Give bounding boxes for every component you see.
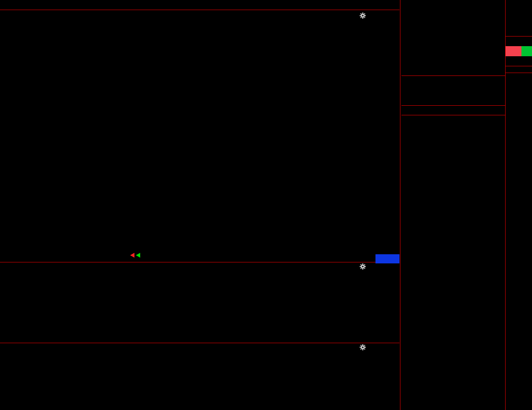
indicator-panel-zhuli — [0, 343, 399, 410]
candlestick-chart[interactable] — [0, 10, 399, 263]
tick-list[interactable] — [401, 116, 505, 410]
trading-terminal — [0, 0, 532, 410]
quote-divider — [401, 75, 505, 76]
osc-axis — [375, 262, 399, 343]
red-flag-marker-icon — [130, 253, 134, 258]
total-sell-label — [506, 37, 532, 47]
mainforce-chart[interactable] — [0, 343, 399, 410]
strip-divider — [506, 66, 532, 66]
total-buy-label — [506, 56, 532, 66]
ml-toolbar — [356, 344, 373, 350]
green-flag-marker-icon — [136, 253, 140, 258]
weibi-row — [506, 26, 532, 36]
main-chart-panel — [0, 10, 399, 262]
tick-list-header — [401, 105, 505, 115]
indicator-panel-bulao — [0, 262, 399, 343]
osc-toolbar — [356, 263, 373, 270]
panel-divider — [400, 0, 400, 410]
strip-divider — [506, 73, 532, 73]
price-axis — [375, 10, 399, 263]
settings-gear-icon[interactable] — [360, 344, 366, 350]
order-book-strip — [505, 0, 532, 410]
oscillator-chart[interactable] — [0, 262, 399, 343]
buy-sell-ratio-badge — [506, 46, 532, 56]
settings-gear-icon[interactable] — [360, 12, 366, 19]
ratio-green-part — [521, 46, 532, 56]
ml-axis — [375, 343, 399, 410]
tab-bar — [404, 14, 504, 25]
main-chart-toolbar — [360, 12, 373, 19]
settings-gear-icon[interactable] — [360, 263, 366, 270]
